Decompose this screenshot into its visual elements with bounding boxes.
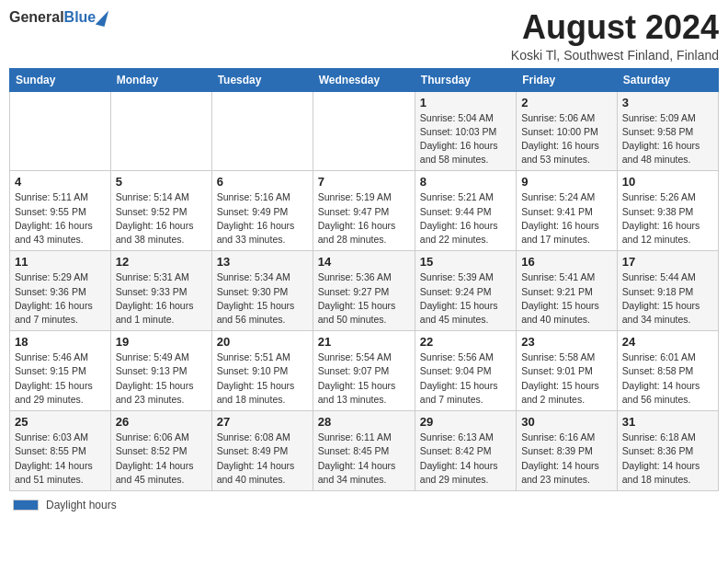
day-number: 7: [318, 175, 410, 189]
cell-daylight-info: Sunrise: 5:16 AM Sunset: 9:49 PM Dayligh…: [217, 190, 308, 247]
cell-daylight-info: Sunrise: 5:34 AM Sunset: 9:30 PM Dayligh…: [217, 270, 308, 327]
title-block: August 2024 Koski Tl, Southwest Finland,…: [511, 9, 719, 63]
calendar-cell: 1Sunrise: 5:04 AM Sunset: 10:03 PM Dayli…: [415, 91, 516, 171]
calendar-week-row: 1Sunrise: 5:04 AM Sunset: 10:03 PM Dayli…: [10, 91, 719, 171]
cell-daylight-info: Sunrise: 5:39 AM Sunset: 9:24 PM Dayligh…: [420, 270, 511, 327]
cell-daylight-info: Sunrise: 5:51 AM Sunset: 9:10 PM Dayligh…: [217, 350, 308, 407]
cell-daylight-info: Sunrise: 6:11 AM Sunset: 8:45 PM Dayligh…: [318, 431, 410, 487]
day-number: 13: [217, 255, 308, 269]
cell-daylight-info: Sunrise: 5:44 AM Sunset: 9:18 PM Dayligh…: [622, 270, 713, 327]
day-number: 28: [318, 415, 410, 429]
cell-daylight-info: Sunrise: 6:03 AM Sunset: 8:55 PM Dayligh…: [15, 431, 106, 487]
day-number: 17: [622, 255, 713, 269]
day-number: 19: [116, 335, 207, 349]
cell-daylight-info: Sunrise: 6:01 AM Sunset: 8:58 PM Dayligh…: [622, 350, 713, 407]
calendar-cell: 15Sunrise: 5:39 AM Sunset: 9:24 PM Dayli…: [415, 251, 516, 331]
cell-daylight-info: Sunrise: 5:24 AM Sunset: 9:41 PM Dayligh…: [521, 190, 612, 247]
calendar-cell: 28Sunrise: 6:11 AM Sunset: 8:45 PM Dayli…: [313, 411, 415, 491]
calendar-cell: 2Sunrise: 5:06 AM Sunset: 10:00 PM Dayli…: [517, 91, 618, 171]
cell-daylight-info: Sunrise: 5:04 AM Sunset: 10:03 PM Daylig…: [420, 111, 511, 167]
calendar-week-row: 18Sunrise: 5:46 AM Sunset: 9:15 PM Dayli…: [10, 331, 719, 411]
cell-daylight-info: Sunrise: 6:16 AM Sunset: 8:39 PM Dayligh…: [521, 431, 612, 487]
calendar-cell: 3Sunrise: 5:09 AM Sunset: 9:58 PM Daylig…: [617, 91, 718, 171]
logo-triangle-icon: [96, 8, 108, 27]
day-header-friday: Friday: [517, 68, 618, 91]
day-number: 16: [521, 255, 612, 269]
cell-daylight-info: Sunrise: 5:14 AM Sunset: 9:52 PM Dayligh…: [116, 190, 207, 247]
location-subtitle: Koski Tl, Southwest Finland, Finland: [511, 48, 719, 63]
day-header-wednesday: Wednesday: [313, 68, 415, 91]
day-header-thursday: Thursday: [415, 68, 516, 91]
day-number: 24: [622, 335, 713, 349]
page-header: General Blue August 2024 Koski Tl, South…: [9, 9, 719, 63]
month-title: August 2024: [511, 9, 719, 46]
day-number: 14: [318, 255, 410, 269]
day-number: 15: [420, 255, 511, 269]
cell-daylight-info: Sunrise: 6:18 AM Sunset: 8:36 PM Dayligh…: [622, 431, 713, 487]
day-number: 29: [420, 415, 511, 429]
legend-label: Daylight hours: [46, 499, 117, 511]
calendar-cell: 8Sunrise: 5:21 AM Sunset: 9:44 PM Daylig…: [415, 171, 516, 251]
cell-daylight-info: Sunrise: 5:26 AM Sunset: 9:38 PM Dayligh…: [622, 190, 713, 247]
cell-daylight-info: Sunrise: 6:06 AM Sunset: 8:52 PM Dayligh…: [116, 431, 207, 487]
calendar-cell: 5Sunrise: 5:14 AM Sunset: 9:52 PM Daylig…: [110, 171, 211, 251]
calendar-cell: [10, 91, 111, 171]
cell-daylight-info: Sunrise: 5:21 AM Sunset: 9:44 PM Dayligh…: [420, 190, 511, 247]
calendar-week-row: 11Sunrise: 5:29 AM Sunset: 9:36 PM Dayli…: [10, 251, 719, 331]
day-number: 30: [521, 415, 612, 429]
day-number: 10: [622, 175, 713, 189]
calendar-cell: 19Sunrise: 5:49 AM Sunset: 9:13 PM Dayli…: [110, 331, 211, 411]
cell-daylight-info: Sunrise: 5:36 AM Sunset: 9:27 PM Dayligh…: [318, 270, 410, 327]
calendar-cell: 13Sunrise: 5:34 AM Sunset: 9:30 PM Dayli…: [211, 251, 313, 331]
day-number: 27: [217, 415, 308, 429]
calendar-body: 1Sunrise: 5:04 AM Sunset: 10:03 PM Dayli…: [10, 91, 719, 490]
day-header-monday: Monday: [110, 68, 211, 91]
calendar-table: SundayMondayTuesdayWednesdayThursdayFrid…: [9, 68, 719, 491]
calendar-cell: 16Sunrise: 5:41 AM Sunset: 9:21 PM Dayli…: [517, 251, 618, 331]
calendar-cell: [110, 91, 211, 171]
calendar-cell: 11Sunrise: 5:29 AM Sunset: 9:36 PM Dayli…: [10, 251, 111, 331]
calendar-cell: 30Sunrise: 6:16 AM Sunset: 8:39 PM Dayli…: [517, 411, 618, 491]
calendar-cell: 9Sunrise: 5:24 AM Sunset: 9:41 PM Daylig…: [517, 171, 618, 251]
calendar-cell: 4Sunrise: 5:11 AM Sunset: 9:55 PM Daylig…: [10, 171, 111, 251]
cell-daylight-info: Sunrise: 5:31 AM Sunset: 9:33 PM Dayligh…: [116, 270, 207, 327]
day-number: 5: [116, 175, 207, 189]
cell-daylight-info: Sunrise: 6:13 AM Sunset: 8:42 PM Dayligh…: [420, 431, 511, 487]
calendar-cell: 18Sunrise: 5:46 AM Sunset: 9:15 PM Dayli…: [10, 331, 111, 411]
calendar-cell: 20Sunrise: 5:51 AM Sunset: 9:10 PM Dayli…: [211, 331, 313, 411]
cell-daylight-info: Sunrise: 5:49 AM Sunset: 9:13 PM Dayligh…: [116, 350, 207, 407]
legend: Daylight hours: [9, 499, 719, 511]
calendar-cell: 31Sunrise: 6:18 AM Sunset: 8:36 PM Dayli…: [617, 411, 718, 491]
logo-blue-text: Blue: [64, 9, 97, 26]
day-number: 31: [622, 415, 713, 429]
day-number: 22: [420, 335, 511, 349]
cell-daylight-info: Sunrise: 5:11 AM Sunset: 9:55 PM Dayligh…: [15, 190, 106, 247]
day-number: 12: [116, 255, 207, 269]
day-number: 4: [15, 175, 106, 189]
calendar-cell: 17Sunrise: 5:44 AM Sunset: 9:18 PM Dayli…: [617, 251, 718, 331]
day-number: 8: [420, 175, 511, 189]
day-number: 20: [217, 335, 308, 349]
day-number: 1: [420, 96, 511, 109]
calendar-cell: 22Sunrise: 5:56 AM Sunset: 9:04 PM Dayli…: [415, 331, 516, 411]
day-number: 18: [15, 335, 106, 349]
cell-daylight-info: Sunrise: 5:46 AM Sunset: 9:15 PM Dayligh…: [15, 350, 106, 407]
calendar-cell: 27Sunrise: 6:08 AM Sunset: 8:49 PM Dayli…: [211, 411, 313, 491]
calendar-cell: [313, 91, 415, 171]
day-number: 3: [622, 96, 713, 109]
cell-daylight-info: Sunrise: 5:58 AM Sunset: 9:01 PM Dayligh…: [521, 350, 612, 407]
logo-general-text: General: [9, 9, 64, 26]
cell-daylight-info: Sunrise: 5:29 AM Sunset: 9:36 PM Dayligh…: [15, 270, 106, 327]
day-number: 2: [521, 96, 612, 109]
day-number: 6: [217, 175, 308, 189]
day-number: 11: [15, 255, 106, 269]
calendar-week-row: 25Sunrise: 6:03 AM Sunset: 8:55 PM Dayli…: [10, 411, 719, 491]
calendar-cell: 29Sunrise: 6:13 AM Sunset: 8:42 PM Dayli…: [415, 411, 516, 491]
calendar-cell: 26Sunrise: 6:06 AM Sunset: 8:52 PM Dayli…: [110, 411, 211, 491]
day-number: 23: [521, 335, 612, 349]
calendar-cell: 14Sunrise: 5:36 AM Sunset: 9:27 PM Dayli…: [313, 251, 415, 331]
day-number: 26: [116, 415, 207, 429]
cell-daylight-info: Sunrise: 5:06 AM Sunset: 10:00 PM Daylig…: [521, 111, 612, 167]
cell-daylight-info: Sunrise: 5:19 AM Sunset: 9:47 PM Dayligh…: [318, 190, 410, 247]
legend-color-box: [13, 500, 39, 511]
